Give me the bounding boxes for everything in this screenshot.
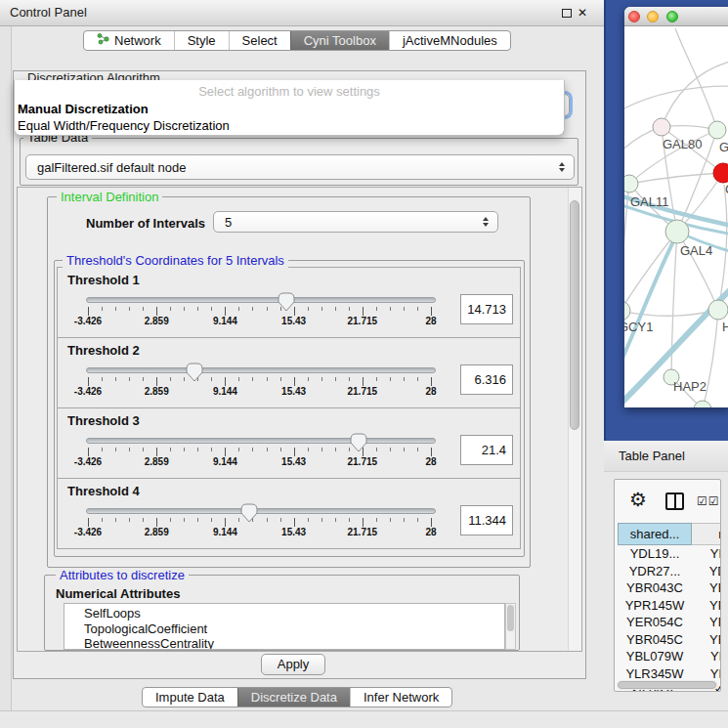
cell-name[interactable]: YBL0	[692, 649, 721, 664]
network-node[interactable]	[624, 301, 630, 321]
network-node[interactable]	[713, 163, 728, 183]
network-edge[interactable]	[671, 232, 677, 377]
panel-left-edge	[0, 26, 12, 710]
threshold-value-field-3[interactable]: 21.4	[460, 435, 513, 465]
table-row[interactable]: YBR043CYBR0	[618, 579, 721, 597]
table-row[interactable]: YBR045CYBR0	[618, 631, 721, 649]
close-icon[interactable]: ✕	[578, 6, 587, 20]
apply-button[interactable]: Apply	[261, 654, 325, 675]
slider-tick-label: 2.859	[145, 386, 169, 397]
number-of-intervals-combobox[interactable]: 5	[213, 211, 498, 233]
slider-thumb-2[interactable]	[186, 363, 203, 382]
node-label-gcy1: GCY1	[624, 320, 653, 334]
minimize-traffic-light[interactable]	[647, 11, 659, 22]
attribute-item-topologicalcoefficient[interactable]: TopologicalCoefficient	[84, 621, 504, 637]
attribute-item-betweennesscentrality[interactable]: BetweennessCentrality	[84, 636, 504, 650]
tab-discretize-data[interactable]: Discretize Data	[237, 688, 350, 707]
cell-shared-name[interactable]: YER054C	[618, 615, 692, 629]
network-node[interactable]	[624, 175, 638, 193]
slider-major-tick	[431, 518, 432, 527]
tab-infer-network[interactable]: Infer Network	[350, 688, 451, 707]
table-hscrollbar-thumb[interactable]	[618, 681, 716, 689]
network-canvas[interactable]: GAL80GACGAL11GAL4GCY1HHAP2	[624, 26, 728, 407]
threshold-value-field-4[interactable]: 11.344	[460, 505, 513, 535]
slider-tick-label: 21.715	[348, 527, 378, 537]
cell-shared-name[interactable]: YPR145W	[618, 598, 692, 613]
table-row[interactable]: YDR27...YDR2	[618, 563, 721, 580]
network-node[interactable]	[708, 300, 728, 320]
gear-icon[interactable]: ⚙	[629, 488, 647, 511]
attributes-scrollbar-thumb[interactable]	[507, 605, 514, 631]
network-edge[interactable]	[624, 232, 677, 311]
interval-definition-group-label: Interval Definition	[57, 190, 162, 204]
select-columns-icon[interactable]: ☑☑	[697, 494, 720, 508]
cell-name[interactable]: YER0	[692, 615, 721, 629]
cell-name[interactable]: YBR0	[692, 580, 721, 595]
slider-major-tick	[88, 448, 89, 456]
cell-shared-name[interactable]: YBR043C	[618, 580, 692, 595]
cell-name[interactable]: YDL1	[692, 546, 721, 561]
tab-jactivemnodules[interactable]: jActiveMNodules	[389, 31, 510, 50]
cell-name[interactable]: YDR2	[692, 564, 721, 578]
cell-shared-name[interactable]: YDR27...	[618, 564, 692, 578]
close-traffic-light[interactable]	[628, 11, 640, 22]
network-window-frame[interactable]: GAL80GACGAL11GAL4GCY1HHAP2	[604, 0, 728, 441]
column-header-shared-name[interactable]: shared...	[618, 523, 692, 545]
cell-name[interactable]: YPR1	[692, 598, 721, 613]
slider-track-1[interactable]	[86, 297, 436, 303]
table-row[interactable]: YBL079WYBL0	[618, 648, 721, 665]
table-row[interactable]: YPR145WYPR1	[618, 597, 721, 615]
network-node[interactable]	[708, 121, 726, 139]
table-row[interactable]: YER054CYER0	[618, 614, 721, 631]
slider-thumb-1[interactable]	[278, 292, 295, 312]
float-window-icon[interactable]	[562, 9, 572, 18]
cell-shared-name[interactable]: YDL19...	[618, 546, 692, 561]
table-data-combobox[interactable]: galFiltered.sif default node	[25, 154, 575, 180]
cell-shared-name[interactable]: YLR345W	[618, 666, 692, 681]
slider-major-tick	[363, 518, 364, 527]
tab-cyni-toolbox[interactable]: Cyni Toolbox	[290, 31, 389, 50]
network-edge[interactable]	[629, 173, 723, 184]
zoom-traffic-light[interactable]	[666, 11, 678, 22]
network-edge[interactable]	[675, 28, 717, 130]
cell-shared-name[interactable]: YBR045C	[618, 632, 692, 647]
threshold-value-field-1[interactable]: 14.713	[460, 294, 513, 324]
settings-scrollbar-thumb[interactable]	[570, 200, 579, 430]
numerical-attributes-list[interactable]: SelfLoopsTopologicalCoefficientBetweenne…	[64, 603, 505, 650]
dropdown-option-equal-width-frequency[interactable]: Equal Width/Frequency Discretization	[18, 118, 230, 133]
tab-impute-data[interactable]: Impute Data	[143, 688, 237, 707]
slider-track-2[interactable]	[86, 367, 436, 373]
network-view-window: GAL80GACGAL11GAL4GCY1HHAP2	[624, 7, 728, 407]
slider-tick-label: 2.859	[145, 316, 169, 326]
network-window-titlebar[interactable]	[624, 7, 728, 26]
cell-shared-name[interactable]: YBL079W	[618, 649, 692, 664]
slider-track-4[interactable]	[86, 508, 436, 514]
slider-tick-label: 28	[425, 386, 436, 397]
network-node[interactable]	[653, 118, 670, 136]
column-header-name[interactable]: na	[692, 523, 721, 545]
tab-style[interactable]: Style	[174, 31, 229, 50]
slider-thumb-3[interactable]	[350, 433, 367, 452]
split-columns-icon[interactable]	[665, 492, 684, 510]
tab-select[interactable]: Select	[229, 31, 290, 50]
cell-name[interactable]: YBR0	[692, 632, 721, 647]
network-node[interactable]	[694, 401, 711, 407]
threshold-value-field-2[interactable]: 6.316	[460, 364, 513, 395]
cell-name[interactable]: YLR3	[692, 666, 721, 681]
slider-major-tick	[225, 448, 226, 456]
slider-tick-label: 15.43	[281, 527, 306, 537]
node-label-h: H	[722, 320, 728, 334]
slider-track-3[interactable]	[86, 438, 436, 444]
numerical-attributes-label: Numerical Attributes	[56, 586, 180, 601]
network-edge[interactable]	[624, 184, 629, 311]
slider-thumb-4[interactable]	[240, 503, 258, 523]
attribute-item-selfloops[interactable]: SelfLoops	[84, 606, 504, 621]
dropdown-option-manual-discretization[interactable]: Manual Discretization	[18, 102, 149, 116]
slider-major-tick	[156, 518, 157, 527]
tab-network[interactable]: Network	[84, 31, 174, 50]
slider-major-tick	[363, 377, 364, 386]
network-node[interactable]	[665, 220, 689, 243]
threshold-label-3: Threshold 3	[67, 413, 140, 428]
table-row[interactable]: YDL19...YDL1	[618, 545, 721, 563]
bottom-strip	[0, 711, 728, 728]
